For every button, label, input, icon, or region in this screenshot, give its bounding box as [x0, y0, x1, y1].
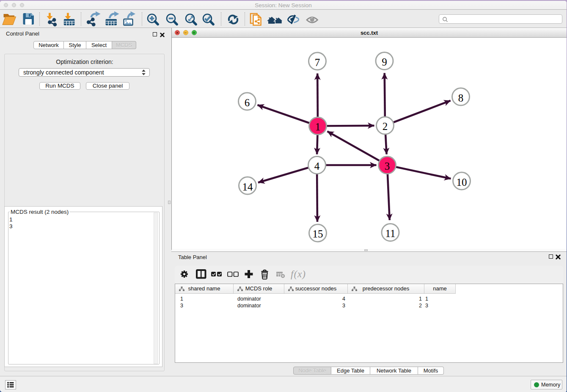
svg-text:1: 1	[315, 121, 321, 133]
svg-text:8: 8	[458, 92, 464, 104]
svg-text:9: 9	[382, 56, 387, 68]
svg-text:4: 4	[314, 160, 320, 172]
svg-text:f(x): f(x)	[291, 269, 306, 279]
svg-text:6: 6	[245, 97, 250, 108]
svg-text:14: 14	[242, 181, 253, 193]
svg-text:11: 11	[385, 228, 395, 239]
svg-text:3: 3	[385, 160, 390, 172]
svg-text:2: 2	[383, 121, 388, 132]
svg-text:10: 10	[457, 177, 467, 188]
svg-text:7: 7	[315, 57, 320, 68]
svg-text:15: 15	[313, 228, 323, 240]
